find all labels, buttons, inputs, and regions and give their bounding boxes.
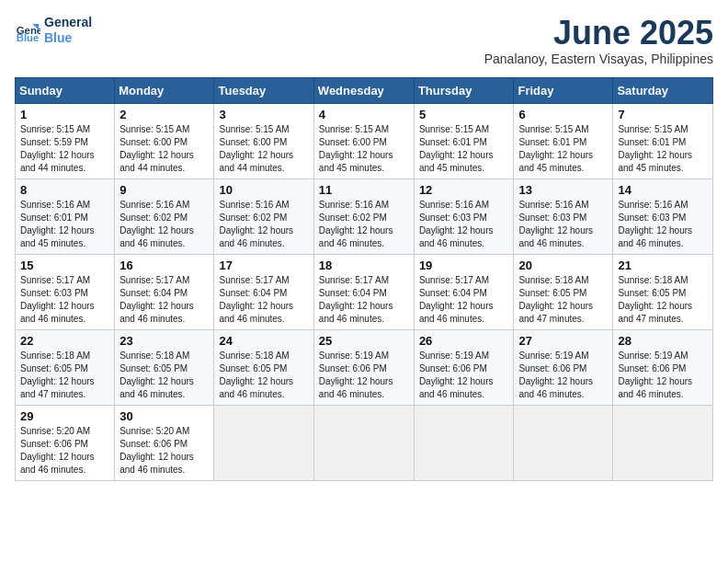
- day-info: Sunrise: 5:18 AMSunset: 6:05 PMDaylight:…: [618, 275, 692, 324]
- day-number: 6: [518, 108, 608, 121]
- day-number: 24: [219, 334, 308, 348]
- calendar-cell: 19 Sunrise: 5:17 AMSunset: 6:04 PMDaylig…: [414, 254, 514, 329]
- location-subtitle: Panalanoy, Eastern Visayas, Philippines: [484, 52, 713, 66]
- month-title: June 2025: [484, 15, 713, 52]
- weekday-header-row: Sunday Monday Tuesday Wednesday Thursday…: [16, 77, 713, 103]
- day-number: 20: [518, 259, 608, 272]
- header-friday: Friday: [514, 77, 613, 103]
- page-header: General Blue General Blue June 2025 Pana…: [15, 15, 713, 66]
- day-number: 17: [219, 259, 308, 272]
- header-saturday: Saturday: [613, 77, 713, 103]
- calendar-cell: 18 Sunrise: 5:17 AMSunset: 6:04 PMDaylig…: [313, 254, 414, 329]
- calendar-cell: 11 Sunrise: 5:16 AMSunset: 6:02 PMDaylig…: [313, 178, 414, 254]
- day-info: Sunrise: 5:16 AMSunset: 6:01 PMDaylight:…: [20, 200, 95, 248]
- calendar-cell: 13 Sunrise: 5:16 AMSunset: 6:03 PMDaylig…: [514, 178, 613, 254]
- day-number: 9: [119, 183, 209, 197]
- day-info: Sunrise: 5:19 AMSunset: 6:06 PMDaylight:…: [319, 350, 393, 399]
- calendar-row: 15 Sunrise: 5:17 AMSunset: 6:03 PMDaylig…: [16, 254, 713, 329]
- day-number: 11: [319, 183, 409, 197]
- day-number: 26: [419, 334, 509, 348]
- day-info: Sunrise: 5:16 AMSunset: 6:02 PMDaylight:…: [219, 200, 293, 248]
- calendar-cell: [514, 405, 613, 480]
- day-number: 29: [20, 409, 109, 423]
- calendar-cell: 4 Sunrise: 5:15 AMSunset: 6:00 PMDayligh…: [313, 103, 414, 178]
- logo-line1: General: [44, 15, 92, 30]
- day-number: 2: [119, 108, 209, 121]
- day-info: Sunrise: 5:15 AMSunset: 6:00 PMDaylight:…: [119, 124, 194, 173]
- day-number: 8: [20, 183, 109, 197]
- calendar-cell: 15 Sunrise: 5:17 AMSunset: 6:03 PMDaylig…: [16, 254, 115, 329]
- title-block: June 2025 Panalanoy, Eastern Visayas, Ph…: [484, 15, 713, 66]
- day-info: Sunrise: 5:17 AMSunset: 6:04 PMDaylight:…: [219, 275, 293, 324]
- calendar-cell: 16 Sunrise: 5:17 AMSunset: 6:04 PMDaylig…: [115, 254, 214, 329]
- day-info: Sunrise: 5:19 AMSunset: 6:06 PMDaylight:…: [618, 350, 692, 399]
- day-info: Sunrise: 5:17 AMSunset: 6:04 PMDaylight:…: [419, 275, 494, 324]
- calendar-cell: 20 Sunrise: 5:18 AMSunset: 6:05 PMDaylig…: [514, 254, 613, 329]
- calendar-cell: 9 Sunrise: 5:16 AMSunset: 6:02 PMDayligh…: [115, 178, 214, 254]
- day-number: 25: [319, 334, 409, 348]
- calendar-cell: 10 Sunrise: 5:16 AMSunset: 6:02 PMDaylig…: [214, 178, 313, 254]
- calendar-cell: 1 Sunrise: 5:15 AMSunset: 5:59 PMDayligh…: [16, 103, 115, 178]
- calendar-cell: 28 Sunrise: 5:19 AMSunset: 6:06 PMDaylig…: [613, 329, 713, 405]
- calendar-cell: 6 Sunrise: 5:15 AMSunset: 6:01 PMDayligh…: [514, 103, 613, 178]
- day-number: 30: [119, 409, 209, 423]
- calendar-cell: 14 Sunrise: 5:16 AMSunset: 6:03 PMDaylig…: [613, 178, 713, 254]
- day-info: Sunrise: 5:16 AMSunset: 6:02 PMDaylight:…: [319, 200, 393, 248]
- calendar-cell: [414, 405, 514, 480]
- day-info: Sunrise: 5:15 AMSunset: 6:01 PMDaylight:…: [419, 124, 494, 173]
- calendar-row: 1 Sunrise: 5:15 AMSunset: 5:59 PMDayligh…: [16, 103, 713, 178]
- calendar-cell: [214, 405, 313, 480]
- calendar-row: 22 Sunrise: 5:18 AMSunset: 6:05 PMDaylig…: [16, 329, 713, 405]
- calendar-row: 8 Sunrise: 5:16 AMSunset: 6:01 PMDayligh…: [16, 178, 713, 254]
- calendar-table: Sunday Monday Tuesday Wednesday Thursday…: [15, 77, 713, 481]
- calendar-row: 29 Sunrise: 5:20 AMSunset: 6:06 PMDaylig…: [16, 405, 713, 480]
- day-number: 27: [518, 334, 608, 348]
- logo: General Blue General Blue: [15, 15, 92, 46]
- day-info: Sunrise: 5:15 AMSunset: 6:00 PMDaylight:…: [219, 124, 293, 173]
- calendar-cell: 25 Sunrise: 5:19 AMSunset: 6:06 PMDaylig…: [313, 329, 414, 405]
- calendar-cell: 21 Sunrise: 5:18 AMSunset: 6:05 PMDaylig…: [613, 254, 713, 329]
- day-number: 13: [518, 183, 608, 197]
- day-info: Sunrise: 5:18 AMSunset: 6:05 PMDaylight:…: [20, 350, 95, 399]
- day-info: Sunrise: 5:20 AMSunset: 6:06 PMDaylight:…: [20, 426, 95, 475]
- day-number: 21: [618, 259, 708, 272]
- day-info: Sunrise: 5:15 AMSunset: 6:01 PMDaylight:…: [618, 124, 692, 173]
- calendar-cell: 29 Sunrise: 5:20 AMSunset: 6:06 PMDaylig…: [16, 405, 115, 480]
- day-info: Sunrise: 5:15 AMSunset: 6:01 PMDaylight:…: [518, 124, 593, 173]
- day-number: 14: [618, 183, 708, 197]
- calendar-cell: 3 Sunrise: 5:15 AMSunset: 6:00 PMDayligh…: [214, 103, 313, 178]
- day-info: Sunrise: 5:19 AMSunset: 6:06 PMDaylight:…: [518, 350, 593, 399]
- day-number: 10: [219, 183, 308, 197]
- calendar-cell: 23 Sunrise: 5:18 AMSunset: 6:05 PMDaylig…: [115, 329, 214, 405]
- day-number: 15: [20, 259, 109, 272]
- day-info: Sunrise: 5:17 AMSunset: 6:04 PMDaylight:…: [119, 275, 194, 324]
- header-sunday: Sunday: [16, 77, 115, 103]
- calendar-cell: 7 Sunrise: 5:15 AMSunset: 6:01 PMDayligh…: [613, 103, 713, 178]
- header-tuesday: Tuesday: [214, 77, 313, 103]
- day-number: 5: [419, 108, 509, 121]
- day-number: 19: [419, 259, 509, 272]
- day-info: Sunrise: 5:20 AMSunset: 6:06 PMDaylight:…: [119, 426, 194, 475]
- svg-text:Blue: Blue: [17, 32, 40, 43]
- header-thursday: Thursday: [414, 77, 514, 103]
- day-info: Sunrise: 5:18 AMSunset: 6:05 PMDaylight:…: [518, 275, 593, 324]
- header-monday: Monday: [115, 77, 214, 103]
- calendar-cell: [313, 405, 414, 480]
- day-info: Sunrise: 5:16 AMSunset: 6:02 PMDaylight:…: [119, 200, 194, 248]
- day-number: 12: [419, 183, 509, 197]
- day-number: 18: [319, 259, 409, 272]
- day-info: Sunrise: 5:19 AMSunset: 6:06 PMDaylight:…: [419, 350, 494, 399]
- calendar-cell: 27 Sunrise: 5:19 AMSunset: 6:06 PMDaylig…: [514, 329, 613, 405]
- day-info: Sunrise: 5:15 AMSunset: 6:00 PMDaylight:…: [319, 124, 393, 173]
- day-number: 28: [618, 334, 708, 348]
- calendar-cell: 24 Sunrise: 5:18 AMSunset: 6:05 PMDaylig…: [214, 329, 313, 405]
- calendar-cell: 5 Sunrise: 5:15 AMSunset: 6:01 PMDayligh…: [414, 103, 514, 178]
- day-number: 22: [20, 334, 109, 348]
- calendar-cell: 30 Sunrise: 5:20 AMSunset: 6:06 PMDaylig…: [115, 405, 214, 480]
- day-number: 3: [219, 108, 308, 121]
- day-info: Sunrise: 5:16 AMSunset: 6:03 PMDaylight:…: [618, 200, 692, 248]
- calendar-cell: [613, 405, 713, 480]
- logo-line2: Blue: [44, 30, 92, 46]
- day-info: Sunrise: 5:17 AMSunset: 6:03 PMDaylight:…: [20, 275, 95, 324]
- day-number: 23: [119, 334, 209, 348]
